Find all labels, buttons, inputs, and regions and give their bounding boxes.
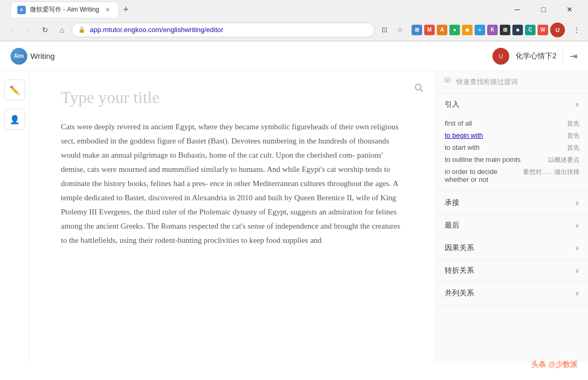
phrase-sections: 引入∧first of all首先to begin with首先to start… (436, 94, 588, 305)
bookmark-btn[interactable]: ☆ (393, 23, 407, 37)
phrase-chinese: 首先 (567, 143, 580, 152)
phrase-row: to start with首先 (445, 142, 580, 154)
ext-icon-5[interactable]: ◆ (462, 25, 472, 35)
phrase-english: in order to decide whether or not (445, 168, 519, 183)
chevron-final: ∨ (575, 222, 580, 229)
chevron-parallel: ∨ (575, 290, 580, 297)
ext-icon-1[interactable]: ⊞ (412, 25, 422, 35)
ext-icon-6[interactable]: ≡ (475, 25, 485, 35)
panel-search-placeholder: 快速查找衔接过渡词 (456, 77, 518, 87)
phrase-section-causal: 因果关系∨ (436, 237, 588, 260)
refresh-btn[interactable]: ↻ (38, 23, 52, 37)
lock-icon: 🔒 (78, 26, 86, 33)
phrase-section-parallel: 并列关系∨ (436, 282, 588, 305)
phrase-english: to outline the main points (445, 156, 544, 163)
phrase-section-header-intro[interactable]: 引入∧ (436, 94, 588, 116)
section-title-parallel: 并列关系 (445, 289, 474, 298)
url-text: app.mtutor.engkoo.com/englishwriting/edi… (90, 26, 223, 34)
phrase-section-header-causal[interactable]: 因果关系∨ (436, 237, 588, 259)
title-bar: A 微软爱写作 - Aim Writing ✕ + ─ □ ✕ (0, 0, 588, 19)
user-name: 化学心情下2 (516, 52, 556, 61)
ext-icon-3[interactable]: A (437, 25, 447, 35)
logo-circle: Aim (10, 48, 27, 65)
close-btn[interactable]: ✕ (558, 2, 582, 17)
app-header: Aim Writing U 化学心情下2 ⇥ (0, 42, 588, 71)
header-right: U 化学心情下2 ⇥ (492, 48, 578, 65)
editor-area: Type your title Cats were deeply revered… (29, 71, 436, 363)
maximize-btn[interactable]: □ (531, 2, 555, 17)
ext-icon-4[interactable]: ● (449, 25, 460, 35)
phrase-row: to outline the main points以概述要点 (445, 154, 580, 166)
phrase-section-header-final[interactable]: 最后∨ (436, 214, 588, 237)
right-panel: 快速查找衔接过渡词 引入∧first of all首先to begin with… (436, 71, 588, 363)
phrase-section-intro: 引入∧first of all首先to begin with首先to start… (436, 94, 588, 192)
phrase-chinese: 首先 (567, 119, 580, 128)
phrase-section-header-contrast[interactable]: 转折关系∨ (436, 260, 588, 282)
main-content: ✏️ 👤 Type your title Cats were deeply re… (0, 71, 588, 363)
phrase-row: in order to decide whether or not要想对……做出… (445, 166, 580, 185)
phrase-section-transition: 承接∨ (436, 192, 588, 214)
avatar-text: U (499, 53, 503, 59)
phrase-english: first of all (445, 119, 563, 127)
header-divider (563, 50, 563, 63)
section-title-contrast: 转折关系 (445, 266, 474, 275)
logout-btn[interactable]: ⇥ (570, 50, 578, 62)
app-container: Aim Writing U 化学心情下2 ⇥ ✏️ 👤 Type your ti… (0, 42, 588, 363)
ext-icon-7[interactable]: K (487, 25, 498, 35)
logo-writing-text: Writing (30, 52, 55, 60)
phrase-section-contrast: 转折关系∨ (436, 260, 588, 282)
tab-title: 微软爱写作 - Aim Writing (30, 5, 99, 14)
phrase-english: to start with (445, 143, 563, 151)
phrase-chinese: 以概述要点 (548, 156, 580, 165)
ext-icon-9[interactable]: ■ (512, 25, 523, 35)
tab-bar: A 微软爱写作 - Aim Writing ✕ + (6, 1, 501, 18)
browser-chrome: A 微软爱写作 - Aim Writing ✕ + ─ □ ✕ ‹ › ↻ ⌂ … (0, 0, 588, 42)
phrase-row: first of all首先 (445, 118, 580, 130)
logo-aim-text: Aim (14, 53, 24, 59)
panel-search-icon (445, 78, 452, 87)
phrase-row: to begin with首先 (445, 130, 580, 142)
back-btn[interactable]: ‹ (4, 23, 19, 37)
address-bar: ‹ › ↻ ⌂ 🔒 app.mtutor.engkoo.com/englishw… (0, 19, 588, 41)
chevron-intro: ∧ (575, 101, 580, 108)
phrase-section-header-parallel[interactable]: 并列关系∨ (436, 282, 588, 304)
browser-actions: ⊡ ☆ (377, 23, 407, 37)
tab-favicon: A (17, 6, 26, 14)
menu-btn[interactable]: ⋮ (569, 23, 584, 37)
forward-btn[interactable]: › (21, 23, 36, 37)
cast-btn[interactable]: ⊡ (377, 23, 392, 37)
panel-search-bar[interactable]: 快速查找衔接过渡词 (436, 71, 588, 94)
person-icon: 👤 (9, 115, 20, 125)
section-title-transition: 承接 (445, 198, 459, 208)
chevron-contrast: ∨ (575, 267, 580, 274)
editor-search-icon[interactable] (411, 79, 427, 96)
pencil-icon: ✏️ (9, 85, 20, 95)
ext-icon-2[interactable]: M (424, 25, 435, 35)
left-sidebar: ✏️ 👤 (0, 71, 29, 363)
new-tab-btn[interactable]: + (119, 2, 133, 17)
edit-tool-btn[interactable]: ✏️ (4, 79, 25, 100)
tab-close-btn[interactable]: ✕ (103, 6, 112, 14)
phrase-section-header-transition[interactable]: 承接∨ (436, 192, 588, 214)
chevron-causal: ∨ (575, 244, 580, 252)
editor-content[interactable]: Cats were deeply revered in ancient Egyp… (61, 120, 404, 248)
phrase-chinese: 首先 (567, 131, 580, 140)
phrase-chinese: 要想对……做出抉择 (523, 168, 580, 177)
phrase-list-intro: first of all首先to begin with首先to start wi… (436, 116, 588, 191)
phrase-english[interactable]: to begin with (445, 131, 563, 139)
ext-icon-11[interactable]: W (538, 25, 548, 35)
ext-avatar[interactable]: U (550, 23, 565, 37)
home-btn[interactable]: ⌂ (55, 23, 69, 37)
ext-icon-10[interactable]: C (525, 25, 536, 35)
section-title-final: 最后 (445, 221, 459, 230)
section-title-causal: 因果关系 (445, 243, 474, 253)
user-tool-btn[interactable]: 👤 (4, 109, 25, 130)
ext-icon-8[interactable]: ⊞ (500, 25, 510, 35)
extension-icons: ⊞ M A ● ◆ ≡ K ⊞ ■ C W U (412, 23, 565, 37)
active-tab[interactable]: A 微软爱写作 - Aim Writing ✕ (10, 2, 119, 17)
minimize-btn[interactable]: ─ (505, 2, 529, 17)
phrase-section-final: 最后∨ (436, 214, 588, 237)
title-input[interactable]: Type your title (61, 88, 404, 107)
window-controls: ─ □ ✕ (505, 2, 582, 17)
url-bar[interactable]: 🔒 app.mtutor.engkoo.com/englishwriting/e… (71, 23, 375, 37)
